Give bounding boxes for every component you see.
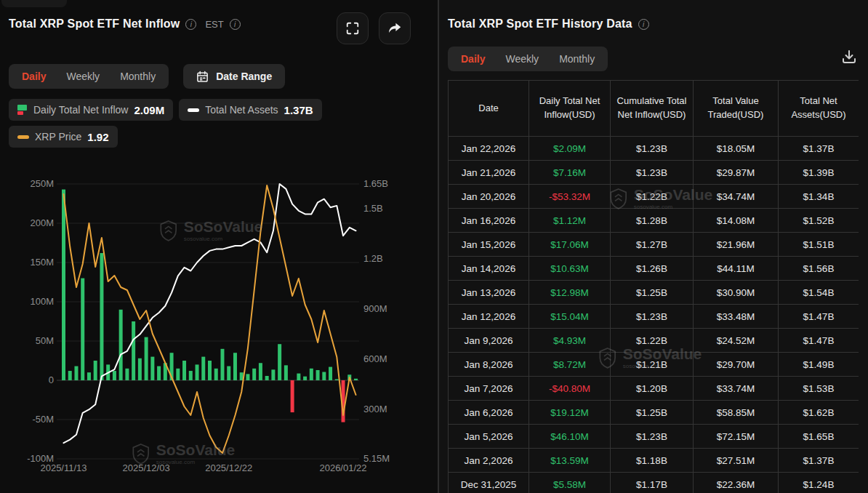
inflow-bar bbox=[246, 374, 249, 380]
right-axis-label: 600M bbox=[363, 353, 387, 364]
value-cell: $27.51M bbox=[694, 449, 779, 473]
inflow-bar bbox=[316, 370, 320, 380]
date-cell: Jan 2,2026 bbox=[449, 449, 529, 473]
page-title: Total XRP Spot ETF Net Inflow bbox=[9, 17, 180, 31]
column-header-cumulative-inflow: Cumulative Total Net Inflow(USD) bbox=[611, 81, 694, 137]
value-cell: $44.11M bbox=[694, 257, 779, 281]
legend-daily-net-inflow[interactable]: Daily Total Net Inflow 2.09M bbox=[9, 99, 173, 121]
timezone-label: EST bbox=[205, 19, 223, 30]
value-cell: $15.04M bbox=[529, 305, 611, 329]
fullscreen-icon bbox=[345, 21, 360, 36]
legend-xrp-price[interactable]: XRP Price 1.92 bbox=[9, 126, 118, 148]
left-axis-label: 100M bbox=[30, 296, 54, 307]
net-inflow-chart[interactable]: 250M200M150M100M50M0-50M-100M1.65B1.5B1.… bbox=[0, 172, 438, 493]
inflow-bar bbox=[265, 376, 269, 380]
value-cell: $7.16M bbox=[529, 161, 611, 185]
history-data-header: Total XRP Spot ETF History Data bbox=[448, 17, 649, 31]
table-row[interactable]: Jan 13,2026$12.98M$1.25B$30.90M$1.54B bbox=[449, 281, 859, 305]
inflow-bar bbox=[329, 367, 332, 380]
table-row[interactable]: Jan 5,2026$46.10M$1.23B$72.15M$1.65B bbox=[449, 425, 859, 449]
inflow-bar bbox=[94, 361, 97, 380]
date-cell: Jan 21,2026 bbox=[449, 161, 529, 185]
fullscreen-button[interactable] bbox=[337, 12, 369, 44]
inflow-bar bbox=[291, 380, 294, 412]
share-button[interactable] bbox=[379, 12, 411, 44]
info-icon[interactable] bbox=[185, 19, 196, 30]
date-cell: Jan 15,2026 bbox=[449, 233, 529, 257]
inflow-bar bbox=[214, 369, 218, 380]
history-data-panel: Total XRP Spot ETF History Data Daily We… bbox=[439, 0, 868, 493]
value-cell: $1.62B bbox=[779, 401, 859, 425]
table-row[interactable]: Jan 9,2026$4.93M$1.22B$24.52M$1.47B bbox=[449, 329, 859, 353]
column-header-value-traded: Total Value Traded(USD) bbox=[694, 81, 779, 137]
right-axis-label: 300M bbox=[363, 404, 387, 414]
inflow-bar bbox=[310, 369, 313, 380]
table-row[interactable]: Jan 8,2026$8.72M$1.21B$29.70M$1.49B bbox=[449, 353, 859, 377]
left-axis-label: 50M bbox=[36, 335, 54, 346]
date-cell: Dec 31,2025 bbox=[449, 473, 529, 493]
tab-weekly[interactable]: Weekly bbox=[505, 53, 539, 65]
value-cell: $1.26B bbox=[611, 257, 694, 281]
value-cell: $30.90M bbox=[694, 281, 779, 305]
tab-monthly[interactable]: Monthly bbox=[120, 71, 156, 82]
combo-chart-svg: 250M200M150M100M50M0-50M-100M1.65B1.5B1.… bbox=[0, 172, 438, 493]
right-axis-label: 900M bbox=[363, 303, 387, 314]
date-cell: Jan 12,2026 bbox=[449, 305, 529, 329]
net-inflow-panel: Total XRP Spot ETF Net Inflow EST Daily bbox=[0, 0, 438, 493]
table-row[interactable]: Jan 22,2026$2.09M$1.23B$18.05M$1.37B bbox=[449, 137, 859, 161]
legend-total-net-assets[interactable]: Total Net Assets 1.37B bbox=[179, 99, 321, 121]
inflow-bar bbox=[62, 190, 65, 380]
table-row[interactable]: Jan 21,2026$7.16M$1.23B$29.87M$1.39B bbox=[449, 161, 859, 185]
inflow-bar bbox=[119, 310, 123, 380]
value-cell: $1.56B bbox=[779, 257, 859, 281]
table-row[interactable]: Dec 31,2025$5.58M$1.17B$22.36M$1.24B bbox=[449, 473, 859, 493]
tab-daily[interactable]: Daily bbox=[22, 71, 46, 82]
value-cell: $29.87M bbox=[694, 161, 779, 185]
table-row[interactable]: Jan 2,2026$13.59M$1.18B$27.51M$1.37B bbox=[449, 449, 859, 473]
left-axis-label: 0 bbox=[49, 374, 54, 385]
value-cell: $2.09M bbox=[529, 137, 611, 161]
value-cell: -$53.32M bbox=[529, 185, 611, 209]
date-cell: Jan 22,2026 bbox=[449, 137, 529, 161]
tab-daily[interactable]: Daily bbox=[461, 53, 485, 65]
x-axis-label: 2025/11/13 bbox=[40, 462, 87, 473]
table-row[interactable]: Jan 20,2026-$53.32M$1.22B$34.74M$1.34B bbox=[449, 185, 859, 209]
info-icon[interactable] bbox=[230, 19, 241, 30]
inflow-bar bbox=[138, 358, 142, 380]
table-row[interactable]: Jan 16,2026$1.12M$1.28B$14.08M$1.52B bbox=[449, 209, 859, 233]
date-range-label: Date Range bbox=[216, 71, 272, 82]
legend-value: 1.92 bbox=[87, 131, 108, 143]
value-cell: $12.98M bbox=[529, 281, 611, 305]
table-row[interactable]: Jan 6,2026$19.12M$1.25B$58.85M$1.62B bbox=[449, 401, 859, 425]
download-button[interactable] bbox=[840, 48, 858, 68]
inflow-bar bbox=[150, 357, 154, 380]
chart-actions bbox=[337, 12, 411, 44]
value-cell: $17.06M bbox=[529, 233, 611, 257]
history-controls: Daily Weekly Monthly bbox=[448, 47, 608, 71]
table-row[interactable]: Jan 15,2026$17.06M$1.27B$21.96M$1.51B bbox=[449, 233, 859, 257]
value-cell: $72.15M bbox=[694, 425, 779, 449]
history-table-wrap[interactable]: Date Daily Total Net Inflow(USD) Cumulat… bbox=[448, 80, 859, 493]
inflow-bar bbox=[182, 361, 186, 380]
legend-label: XRP Price bbox=[35, 131, 81, 143]
table-row[interactable]: Jan 14,2026$10.63M$1.26B$44.11M$1.56B bbox=[449, 257, 859, 281]
top-partial-element bbox=[1, 0, 67, 7]
value-cell: $1.20B bbox=[611, 377, 694, 401]
value-cell: $1.22B bbox=[611, 329, 694, 353]
value-cell: $5.58M bbox=[529, 473, 611, 493]
table-row[interactable]: Jan 7,2026-$40.80M$1.20B$33.74M$1.53B bbox=[449, 377, 859, 401]
info-icon[interactable] bbox=[638, 19, 649, 30]
date-range-button[interactable]: Date Range bbox=[183, 64, 285, 89]
inflow-bar bbox=[220, 349, 224, 380]
legend-value: 1.37B bbox=[284, 104, 313, 116]
date-cell: Jan 16,2026 bbox=[449, 209, 529, 233]
date-cell: Jan 8,2026 bbox=[449, 353, 529, 377]
value-cell: $29.70M bbox=[694, 353, 779, 377]
date-cell: Jan 20,2026 bbox=[449, 185, 529, 209]
value-cell: $1.25B bbox=[611, 281, 694, 305]
table-row[interactable]: Jan 12,2026$15.04M$1.23B$33.48M$1.47B bbox=[449, 305, 859, 329]
tab-weekly[interactable]: Weekly bbox=[66, 71, 100, 82]
value-cell: $19.12M bbox=[529, 401, 611, 425]
app-root: Total XRP Spot ETF Net Inflow EST Daily bbox=[0, 0, 868, 493]
tab-monthly[interactable]: Monthly bbox=[559, 53, 595, 65]
